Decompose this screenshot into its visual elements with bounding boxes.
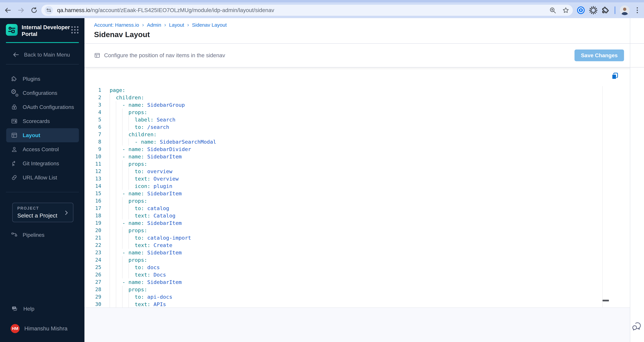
line-number: 11	[84, 160, 101, 168]
sidebar-item-label: Scorecards	[23, 118, 50, 124]
code-row: 12 to: overview	[84, 168, 644, 175]
sidebar-item-git-integrations[interactable]: Git Integrations	[6, 156, 79, 170]
reload-icon	[30, 6, 38, 14]
breadcrumb-item[interactable]: Layout	[169, 22, 184, 28]
indent-guide	[128, 234, 129, 242]
line-number: 20	[84, 227, 101, 234]
breadcrumb-item[interactable]: Admin	[147, 22, 161, 28]
indent-guide	[122, 168, 122, 175]
indent-guide	[110, 301, 110, 308]
project-selector[interactable]: PROJECT Select a Project	[12, 203, 73, 222]
onepassword-extension-icon[interactable]	[576, 6, 585, 14]
browser-profile-avatar[interactable]	[620, 5, 630, 15]
editor-scrollbar-thumb[interactable]	[602, 300, 609, 301]
indent-guide	[110, 197, 110, 205]
yaml-editor[interactable]: 1page:2 children:3 - name: SidebarGroup4…	[84, 67, 644, 308]
indent-guide	[122, 242, 122, 249]
indent-guide	[116, 160, 116, 168]
indent-guide	[122, 116, 122, 123]
sidebar-item-access-control[interactable]: Access Control	[6, 142, 79, 156]
indent-guide	[122, 109, 122, 116]
help-label: Help	[23, 306, 34, 312]
breadcrumb: Account: Harness.io›Admin›Layout›Sidenav…	[94, 22, 644, 28]
indent-guide	[116, 205, 116, 212]
indent-guide	[110, 94, 110, 101]
line-number: 4	[84, 109, 101, 116]
bookmark-star-icon[interactable]	[562, 6, 570, 14]
indent-guide	[116, 219, 116, 227]
puzzle-icon	[11, 75, 18, 82]
sidebar-item-label: Configurations	[23, 90, 57, 96]
indent-guide	[116, 153, 116, 160]
sidebar-item-oauth-configurations[interactable]: OAuth Configurations	[6, 100, 79, 114]
sidebar-item-label: URL Allow List	[23, 175, 57, 181]
indent-guide	[128, 271, 129, 278]
breadcrumb-item[interactable]: Account: Harness.io	[94, 22, 139, 28]
code-row: 10 - name: SidebarItem	[84, 153, 644, 160]
lock-icon	[11, 104, 18, 110]
link-icon	[11, 174, 18, 181]
back-to-main-menu[interactable]: Back to Main Menu	[12, 50, 84, 60]
sidebar-item-scorecards[interactable]: Scorecards	[6, 114, 79, 128]
help-button[interactable]: ? Help	[11, 304, 84, 314]
extensions-puzzle-icon[interactable]	[601, 6, 610, 14]
code-row: 16 props:	[84, 197, 644, 205]
sidebar-item-pipelines[interactable]: Pipelines	[11, 230, 84, 240]
line-number: 2	[84, 94, 101, 101]
sidebar-item-url-allow-list[interactable]: URL Allow List	[6, 170, 79, 185]
indent-guide	[110, 182, 110, 190]
browser-reload-button[interactable]	[28, 4, 40, 16]
browser-toolbar: qa.harness.io/ng/account/zEaak-FLS425IEO…	[0, 2, 644, 18]
code-row: 26 text: Docs	[84, 271, 644, 278]
indent-guide	[122, 271, 122, 278]
browser-back-button[interactable]	[2, 4, 14, 16]
indent-guide	[110, 234, 110, 242]
browser-forward-button[interactable]	[15, 4, 27, 16]
indent-guide	[110, 116, 110, 123]
sidebar-item-label: Access Control	[23, 146, 59, 153]
indent-guide	[110, 160, 110, 168]
sidebar-divider	[6, 192, 79, 192]
line-number: 17	[84, 205, 101, 212]
code-row: 7 children:	[84, 131, 644, 138]
indent-guide	[116, 249, 116, 256]
indent-guide	[110, 153, 110, 160]
chevron-right-icon	[63, 210, 69, 216]
line-number: 25	[84, 264, 101, 271]
line-number: 28	[84, 286, 101, 293]
indent-guide	[122, 123, 122, 131]
chat-launcher-icon[interactable]	[632, 321, 642, 331]
indent-guide	[128, 212, 129, 219]
zoom-icon[interactable]	[549, 6, 556, 14]
sidebar-item-configurations[interactable]: ⚙⚙Configurations	[6, 86, 79, 100]
line-number: 30	[84, 301, 101, 308]
indent-guide	[116, 190, 116, 197]
copy-icon[interactable]	[611, 72, 619, 80]
site-settings-icon	[46, 7, 52, 13]
code-row: 28 props:	[84, 286, 644, 293]
line-number: 6	[84, 123, 101, 131]
indent-guide	[116, 271, 116, 278]
code-row: 24 props:	[84, 256, 644, 264]
url-bar[interactable]: qa.harness.io/ng/account/zEaak-FLS425IEO…	[41, 5, 573, 16]
browser-menu-icon[interactable]	[633, 6, 641, 14]
sidebar-item-layout[interactable]: Layout	[6, 128, 79, 142]
line-number: 15	[84, 190, 101, 197]
user-profile[interactable]: HM Himanshu Mishra	[10, 324, 84, 334]
app-grid-icon[interactable]	[70, 25, 80, 35]
back-icon	[4, 6, 12, 14]
indent-guide	[110, 145, 110, 153]
indent-guide	[116, 264, 116, 271]
breadcrumb-item[interactable]: Sidenav Layout	[192, 22, 227, 28]
breadcrumb-separator: ›	[142, 22, 144, 28]
forward-icon	[17, 6, 25, 14]
save-changes-button[interactable]: Save Changes	[574, 49, 624, 61]
site-settings-button[interactable]	[45, 6, 53, 14]
indent-guide	[116, 256, 116, 264]
sidebar-item-label: OAuth Configurations	[23, 104, 74, 110]
sidebar-item-plugins[interactable]: Plugins	[6, 72, 79, 86]
code-area: 1page:2 children:3 - name: SidebarGroup4…	[84, 67, 644, 308]
loading-extension-icon[interactable]	[589, 6, 598, 14]
indent-guide	[122, 264, 122, 271]
indent-guide	[110, 123, 110, 131]
